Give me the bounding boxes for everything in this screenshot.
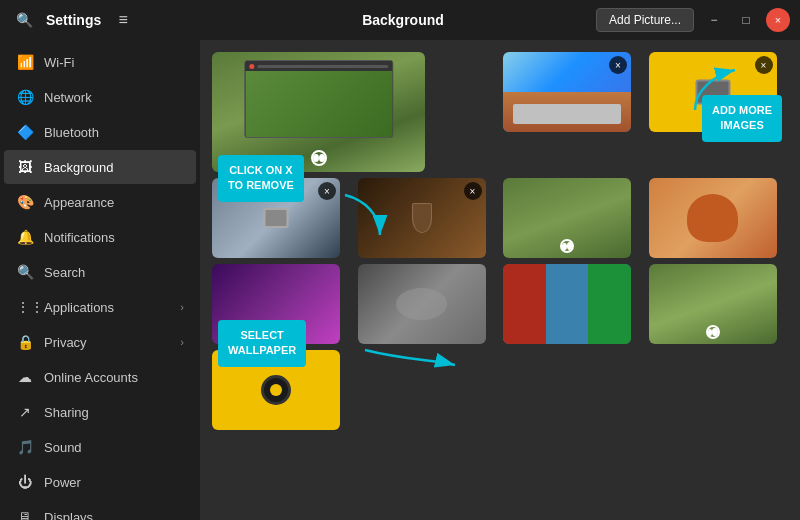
search-button[interactable]: 🔍 bbox=[10, 6, 38, 34]
callout-remove: CLICK ON XTO REMOVE bbox=[218, 155, 304, 202]
main-layout: 📶 Wi-Fi 🌐 Network 🔷 Bluetooth 🖼 Backgrou… bbox=[0, 40, 800, 520]
content-area: CLICK ON XTO REMOVE ADD MOREIMAGES SELEC… bbox=[200, 40, 800, 520]
sidebar-label-power: Power bbox=[44, 475, 184, 490]
sidebar-label-sharing: Sharing bbox=[44, 405, 184, 420]
privacy-chevron: › bbox=[180, 336, 184, 348]
wallpaper-colorful[interactable] bbox=[503, 264, 631, 344]
remove-window-button[interactable]: × bbox=[318, 182, 336, 200]
sidebar: 📶 Wi-Fi 🌐 Network 🔷 Bluetooth 🖼 Backgrou… bbox=[0, 40, 200, 520]
sidebar-label-displays: Displays bbox=[44, 510, 184, 521]
sidebar-item-bluetooth[interactable]: 🔷 Bluetooth bbox=[4, 115, 196, 149]
online-accounts-icon: ☁ bbox=[16, 369, 34, 385]
sidebar-item-displays[interactable]: 🖥 Displays bbox=[4, 500, 196, 520]
applications-icon: ⋮⋮ bbox=[16, 299, 34, 315]
title-bar-left: 🔍 Settings ≡ bbox=[10, 6, 210, 34]
sidebar-item-sharing[interactable]: ↗ Sharing bbox=[4, 395, 196, 429]
remove-train-button[interactable]: × bbox=[609, 56, 627, 74]
sidebar-label-appearance: Appearance bbox=[44, 195, 184, 210]
sidebar-item-wifi[interactable]: 📶 Wi-Fi bbox=[4, 45, 196, 79]
sidebar-item-power[interactable]: ⏻ Power bbox=[4, 465, 196, 499]
sidebar-label-wifi: Wi-Fi bbox=[44, 55, 184, 70]
power-icon: ⏻ bbox=[16, 474, 34, 490]
sidebar-item-search[interactable]: 🔍 Search bbox=[4, 255, 196, 289]
app-title: Settings bbox=[46, 12, 101, 28]
sidebar-label-online-accounts: Online Accounts bbox=[44, 370, 184, 385]
wallpaper-hippo2[interactable] bbox=[503, 178, 631, 258]
sidebar-item-online-accounts[interactable]: ☁ Online Accounts bbox=[4, 360, 196, 394]
minimize-button[interactable]: − bbox=[702, 8, 726, 32]
wallpaper-gray[interactable] bbox=[358, 264, 486, 344]
add-picture-button[interactable]: Add Picture... bbox=[596, 8, 694, 32]
remove-yellow-button[interactable]: × bbox=[755, 56, 773, 74]
sidebar-item-network[interactable]: 🌐 Network bbox=[4, 80, 196, 114]
bluetooth-icon: 🔷 bbox=[16, 124, 34, 140]
callout-select-text: SELECTWALLPAPER bbox=[228, 329, 296, 356]
sidebar-label-applications: Applications bbox=[44, 300, 170, 315]
privacy-icon: 🔒 bbox=[16, 334, 34, 350]
background-icon: 🖼 bbox=[16, 159, 34, 175]
wallpaper-hippo-featured[interactable] bbox=[212, 52, 425, 172]
wallpaper-deer[interactable] bbox=[649, 178, 777, 258]
applications-chevron: › bbox=[180, 301, 184, 313]
sidebar-item-background[interactable]: 🖼 Background bbox=[4, 150, 196, 184]
wallpaper-hippo3[interactable] bbox=[649, 264, 777, 344]
maximize-button[interactable]: □ bbox=[734, 8, 758, 32]
displays-icon: 🖥 bbox=[16, 509, 34, 520]
sharing-icon: ↗ bbox=[16, 404, 34, 420]
sound-icon: 🎵 bbox=[16, 439, 34, 455]
search-icon: 🔍 bbox=[16, 264, 34, 280]
page-title: Background bbox=[210, 12, 596, 28]
wifi-icon: 📶 bbox=[16, 54, 34, 70]
sidebar-label-privacy: Privacy bbox=[44, 335, 170, 350]
notifications-icon: 🔔 bbox=[16, 229, 34, 245]
appearance-icon: 🎨 bbox=[16, 194, 34, 210]
sidebar-label-network: Network bbox=[44, 90, 184, 105]
callout-select: SELECTWALLPAPER bbox=[218, 320, 306, 367]
sidebar-item-applications[interactable]: ⋮⋮ Applications › bbox=[4, 290, 196, 324]
title-bar-right: Add Picture... − □ × bbox=[596, 8, 790, 32]
title-bar: 🔍 Settings ≡ Background Add Picture... −… bbox=[0, 0, 800, 40]
remove-dalek-button[interactable]: × bbox=[464, 182, 482, 200]
menu-button[interactable]: ≡ bbox=[109, 6, 137, 34]
callout-add: ADD MOREIMAGES bbox=[702, 95, 782, 142]
sidebar-item-notifications[interactable]: 🔔 Notifications bbox=[4, 220, 196, 254]
callout-add-text: ADD MOREIMAGES bbox=[712, 104, 772, 131]
wallpaper-dalek[interactable]: × bbox=[358, 178, 486, 258]
network-icon: 🌐 bbox=[16, 89, 34, 105]
close-button[interactable]: × bbox=[766, 8, 790, 32]
wallpaper-train[interactable]: × bbox=[503, 52, 631, 132]
sidebar-label-bluetooth: Bluetooth bbox=[44, 125, 184, 140]
sidebar-item-privacy[interactable]: 🔒 Privacy › bbox=[4, 325, 196, 359]
sidebar-label-background: Background bbox=[44, 160, 184, 175]
sidebar-item-sound[interactable]: 🎵 Sound bbox=[4, 430, 196, 464]
sidebar-label-search: Search bbox=[44, 265, 184, 280]
sidebar-label-notifications: Notifications bbox=[44, 230, 184, 245]
sidebar-item-appearance[interactable]: 🎨 Appearance bbox=[4, 185, 196, 219]
callout-remove-text: CLICK ON XTO REMOVE bbox=[228, 164, 294, 191]
sidebar-label-sound: Sound bbox=[44, 440, 184, 455]
